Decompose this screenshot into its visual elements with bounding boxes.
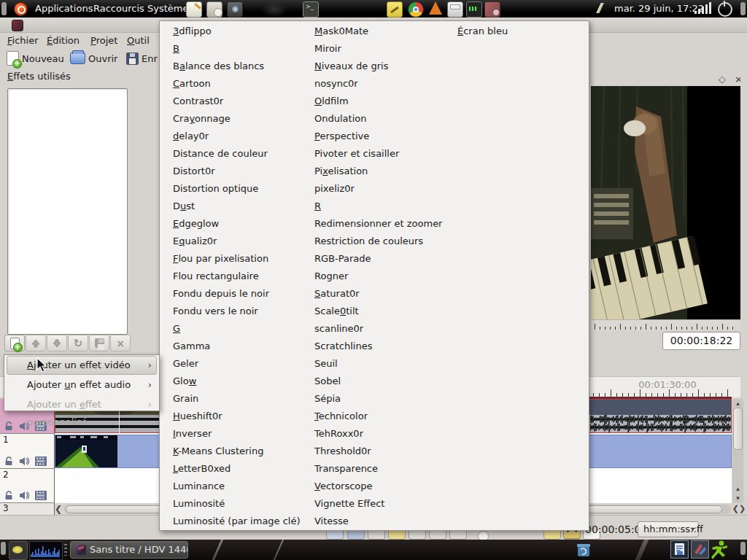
menu-item-pixeliz0r[interactable]: pixeliz0r xyxy=(301,180,444,198)
menu-item-pivoter-et-cisailler[interactable]: Pivoter et cisailler xyxy=(301,145,444,163)
menu-item-glow[interactable]: Glow xyxy=(160,373,301,390)
pen-icon[interactable] xyxy=(592,3,608,13)
monitor-video-viewport[interactable] xyxy=(591,86,740,319)
menu-item-technicolor[interactable]: Technicolor xyxy=(301,408,444,425)
reset-effect-button[interactable]: ↻ xyxy=(68,335,88,351)
menu-item-luminosité[interactable]: Luminosité xyxy=(160,495,301,513)
new-button[interactable]: Nouveau xyxy=(4,50,66,67)
vscroll-down-icon[interactable]: ▾ xyxy=(732,494,743,502)
menu-item-edgeglow[interactable]: Edgeglow xyxy=(160,215,301,233)
menu-item-b[interactable]: B xyxy=(160,40,301,58)
signal-bars-icon[interactable] xyxy=(693,0,712,18)
chrome-icon[interactable] xyxy=(408,1,424,18)
statusbar-timecode[interactable]: 00:00:05:06 xyxy=(585,521,636,537)
menu-item-scanline0r[interactable]: scanline0r xyxy=(301,320,444,338)
hscroll-left-arrow-icon[interactable]: ❮ xyxy=(55,504,62,514)
track-header-3[interactable]: 3 xyxy=(0,503,55,515)
menu-item-equaliz0r[interactable]: Equaliz0r xyxy=(160,233,301,250)
menu-item-distort0r[interactable]: Distort0r xyxy=(160,163,301,180)
menu-item-g[interactable]: G xyxy=(160,320,301,338)
monitor-seek-ruler[interactable] xyxy=(591,319,740,330)
float-dock-icon[interactable]: ◇ xyxy=(719,74,726,85)
move-effect-down-button[interactable] xyxy=(47,335,67,351)
menu-item-miroir[interactable]: Miroir xyxy=(301,40,444,58)
menu-item-cartoon[interactable]: Cartoon xyxy=(160,75,301,93)
camera-icon[interactable] xyxy=(227,1,243,18)
menu-item-k-means-clustering[interactable]: K-Means Clustering xyxy=(160,443,301,460)
menu-item-inverser[interactable]: Inverser xyxy=(160,425,301,443)
track-header-1[interactable]: 1 xyxy=(0,434,55,469)
menu-item-redimensionner-et-zoomer[interactable]: Redimensionner et zoomer xyxy=(301,215,444,233)
menubar-projet[interactable]: Projet xyxy=(85,33,123,48)
quickstarter-runner-icon[interactable] xyxy=(710,540,729,560)
timeline-tool-button[interactable] xyxy=(449,531,467,540)
menu-item-scale0tilt[interactable]: Scale0tilt xyxy=(301,303,444,320)
menu-item-rogner[interactable]: Rogner xyxy=(301,268,444,285)
menu-item-seuil[interactable]: Seuil xyxy=(301,355,444,373)
panel-clock[interactable]: mar. 29 juin, 17:22 xyxy=(614,0,704,18)
show-desktop-button[interactable] xyxy=(9,541,28,560)
menu-item-r[interactable]: R xyxy=(301,198,444,215)
system-monitor-applet[interactable] xyxy=(29,541,63,560)
menu-item-fondu-depuis-le-noir[interactable]: Fondu depuis le noir xyxy=(160,285,301,303)
menu-item-grain[interactable]: Grain xyxy=(160,390,301,408)
notes-editor-icon[interactable] xyxy=(186,1,202,18)
menu-item-ondulation[interactable]: Ondulation xyxy=(301,110,444,128)
menu-item-scratchlines[interactable]: Scratchlines xyxy=(301,338,444,355)
task-button[interactable]: Sans titre / HDV 1440... xyxy=(70,541,188,559)
taskbar-handle-left[interactable] xyxy=(1,542,6,555)
menu-item-mask0mate[interactable]: Mask0Mate xyxy=(301,23,444,40)
menu-item-crayonnage[interactable]: Crayonnage xyxy=(160,110,301,128)
menu-item-pixelisation[interactable]: Pixelisation xyxy=(301,163,444,180)
menubar-fichier[interactable]: Fichier xyxy=(1,33,44,48)
menu-item-flou-rectangulaire[interactable]: Flou rectangulaire xyxy=(160,268,301,285)
menu-item-vitesse[interactable]: Vitesse xyxy=(301,513,444,530)
menu-item-distortion-optique[interactable]: Distortion optique xyxy=(160,180,301,198)
timeline-tool-button[interactable] xyxy=(429,531,446,540)
taskbar-handle-right[interactable] xyxy=(740,542,746,555)
system-monitor-icon[interactable] xyxy=(466,1,482,18)
menu-item-fondu-vers-le-noir[interactable]: Fondu vers le noir xyxy=(160,303,301,320)
menu-item-gamma[interactable]: Gamma xyxy=(160,338,301,355)
vscroll-up-icon[interactable]: ▴ xyxy=(732,400,743,407)
timeline-tool-button[interactable] xyxy=(409,531,426,540)
menu-item-restriction-de-couleurs[interactable]: Restriction de couleurs xyxy=(301,233,444,250)
submenu-item-ajouter-un-effet-audio[interactable]: Ajouter un effet audio› xyxy=(7,376,157,394)
terminal-icon[interactable]: >_ xyxy=(303,1,319,18)
menu-item-écran-bleu[interactable]: Écran bleu xyxy=(444,23,589,40)
menu-item-transparence[interactable]: Transparence xyxy=(301,460,444,478)
package-icon[interactable] xyxy=(484,1,500,18)
menu-item-letterb0xed[interactable]: LetterB0xed xyxy=(160,460,301,478)
menu-item-delay0r[interactable]: delay0r xyxy=(160,128,301,145)
menu-item-hueshift0r[interactable]: Hueshift0r xyxy=(160,408,301,425)
ubuntu-menu-icon[interactable] xyxy=(14,2,28,16)
menu-item-vignette-effect[interactable]: Vignette Effect xyxy=(301,495,444,513)
monitor-timecode[interactable]: 00:00:18:22 xyxy=(662,332,740,350)
menu-item-contrast0r[interactable]: Contrast0r xyxy=(160,93,301,110)
menu-item-balance-des-blancs[interactable]: Balance des blancs xyxy=(160,58,301,75)
timeline-vscrollbar[interactable]: ▴ ▴ ▾ xyxy=(732,399,743,503)
timeline-tool-button[interactable] xyxy=(388,531,406,540)
menu-item-3dflippo[interactable]: 3dflippo xyxy=(160,23,301,40)
timeline-tool-button[interactable] xyxy=(543,531,561,540)
menu-item-sépia[interactable]: Sépia xyxy=(301,390,444,408)
vlc-icon[interactable] xyxy=(429,1,442,15)
kdenlive-tray-icon[interactable] xyxy=(691,540,709,559)
applet-drag-handle[interactable] xyxy=(64,544,67,556)
panel-handle-right[interactable] xyxy=(740,2,746,15)
add-effect-button[interactable] xyxy=(4,335,25,351)
menu-item-sobel[interactable]: Sobel xyxy=(301,373,444,390)
panel-handle-left[interactable] xyxy=(1,2,7,15)
delete-effect-button[interactable]: × xyxy=(110,335,131,351)
save-button[interactable]: Enr xyxy=(124,50,160,67)
mail-clock-icon[interactable] xyxy=(206,1,222,18)
vscroll-thumb[interactable] xyxy=(733,408,743,450)
move-effect-up-button[interactable] xyxy=(26,335,46,351)
menu-item-niveaux-de-gris[interactable]: Niveaux de gris xyxy=(301,58,444,75)
hscroll-right-arrows-icon[interactable]: ❮❯ xyxy=(731,505,747,513)
track-header-2[interactable]: 2 xyxy=(0,469,55,503)
power-icon[interactable] xyxy=(718,2,732,17)
submenu-item-ajouter-un-effet-vidéo[interactable]: Ajouter un effet vidéo› xyxy=(7,356,157,375)
timecode-format-dropdown[interactable]: hh:mm:ss::ff ▾ xyxy=(638,521,699,537)
timeline-tool-button[interactable] xyxy=(368,531,385,540)
